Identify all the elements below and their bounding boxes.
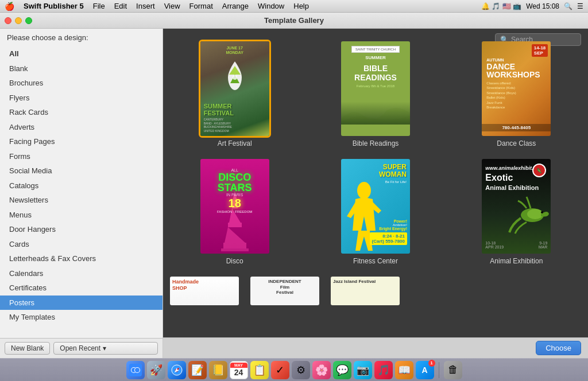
sidebar-bottom: New Blank Open Recent ▾: [0, 338, 163, 358]
appstore-badge: 1: [428, 360, 435, 367]
sidebar: Please choose a design: All Blank Brochu…: [0, 29, 163, 358]
gallery-thumb-animal[interactable]: 🦎: [482, 159, 551, 254]
svg-rect-7: [221, 248, 249, 251]
dock-item-messages[interactable]: 💬: [333, 361, 351, 379]
svg-point-8: [357, 182, 371, 199]
gallery-item-animal[interactable]: 🦎: [452, 159, 581, 265]
sidebar-item-my-templates[interactable]: My Templates: [0, 310, 163, 325]
svg-rect-4: [228, 223, 242, 227]
gallery-thumb-disco[interactable]: ALL DISCOSTARS IN PARIS 18 FASHION · FRE…: [200, 159, 269, 254]
gallery-item-jazz[interactable]: Jazz Island Festival: [331, 277, 400, 305]
sidebar-item-posters[interactable]: Posters: [0, 296, 163, 310]
menu-window[interactable]: Window: [258, 2, 284, 10]
titlebar: Template Gallery: [0, 13, 588, 29]
sidebar-item-rack-cards[interactable]: Rack Cards: [0, 105, 163, 120]
sidebar-item-newsletters[interactable]: Newsletters: [0, 193, 163, 208]
maximize-button[interactable]: [25, 17, 32, 24]
gallery-label-art-festival: Art Festival: [218, 139, 252, 147]
dock-item-safari[interactable]: [168, 361, 186, 379]
menu-edit[interactable]: Edit: [114, 2, 127, 10]
menu-insert[interactable]: Insert: [136, 2, 155, 10]
sidebar-item-adverts[interactable]: Adverts: [0, 120, 163, 135]
dock: 🚀 📝 📒 MAY 24 📋 ✓ ⚙ 🌸 💬 📷 🎵 📖 A 1 🗑: [0, 358, 588, 381]
dock-item-contacts[interactable]: 📒: [209, 361, 227, 379]
gallery: 🔍 Search JUNE 17MONDAY: [163, 29, 588, 358]
gallery-item-film[interactable]: INDEPENDENTFilmFestival: [250, 277, 319, 305]
sidebar-item-calendars[interactable]: Calendars: [0, 266, 163, 281]
minimize-button[interactable]: [15, 17, 22, 24]
dock-item-swift-publisher[interactable]: 📝: [188, 361, 207, 379]
menu-file[interactable]: File: [93, 2, 105, 10]
gallery-partial-row: HandmadeSHOP INDEPENDENTFilmFestival: [170, 265, 581, 305]
menubar-search-icon[interactable]: 🔍: [564, 2, 572, 10]
menubar: 🍎 Swift Publisher 5 File Edit Insert Vie…: [0, 0, 588, 13]
dock-separator: [439, 362, 439, 378]
sidebar-item-menus[interactable]: Menus: [0, 208, 163, 223]
menubar-menu-icon[interactable]: ☰: [577, 2, 583, 10]
dock-item-books[interactable]: 📖: [395, 361, 413, 379]
gallery-thumb-shop[interactable]: HandmadeSHOP: [170, 277, 239, 305]
menu-view[interactable]: View: [164, 2, 180, 10]
dock-item-appstore[interactable]: A 1: [416, 361, 434, 379]
window-controls: [5, 17, 32, 24]
dock-item-music[interactable]: 🎵: [374, 361, 393, 379]
close-button[interactable]: [5, 17, 11, 24]
sidebar-prompt: Please choose a design:: [0, 29, 163, 45]
sidebar-item-facing-pages[interactable]: Facing Pages: [0, 134, 163, 149]
sidebar-item-door-hangers[interactable]: Door Hangers: [0, 222, 163, 237]
gallery-thumb-art-festival[interactable]: JUNE 17MONDAY SUMMERFESTIVAL: [200, 41, 269, 136]
gallery-item-bible-readings[interactable]: SAINT TRINITY CHURCH SUMMER BIBLEREADING…: [311, 41, 440, 147]
menu-arrange[interactable]: Arrange: [222, 2, 249, 10]
sidebar-item-catalogs[interactable]: Catalogs: [0, 178, 163, 193]
gallery-thumb-bible[interactable]: SAINT TRINITY CHURCH SUMMER BIBLEREADING…: [341, 41, 410, 136]
dock-item-launchpad[interactable]: 🚀: [147, 361, 165, 379]
sidebar-item-all[interactable]: All: [0, 46, 163, 61]
dock-item-facetime[interactable]: 📷: [354, 361, 372, 379]
dock-item-system-prefs[interactable]: ⚙: [292, 361, 310, 379]
sidebar-item-certificates[interactable]: Certificates: [0, 281, 163, 296]
svg-point-0: [233, 75, 237, 80]
apple-menu[interactable]: 🍎: [5, 2, 14, 11]
gallery-footer: Choose: [163, 337, 588, 358]
gallery-label-dance: Dance Class: [497, 139, 536, 147]
menu-help[interactable]: Help: [293, 2, 309, 10]
open-recent-button[interactable]: Open Recent ▾: [53, 342, 158, 355]
gallery-item-fitness[interactable]: SUPERWOMAN Be Fit for Life! Power! Ambit…: [311, 159, 440, 265]
app-name[interactable]: Swift Publisher 5: [24, 2, 84, 10]
gallery-thumb-jazz[interactable]: Jazz Island Festival: [331, 277, 400, 305]
sidebar-item-social-media[interactable]: Social Media: [0, 164, 163, 178]
gallery-label-animal: Animal Exhibition: [490, 257, 543, 265]
svg-point-16: [135, 368, 140, 372]
menubar-icons: 🔔 🎵 🇺🇸 📺: [481, 2, 521, 10]
gallery-thumb-film[interactable]: INDEPENDENTFilmFestival: [250, 277, 319, 305]
sidebar-item-cards[interactable]: Cards: [0, 237, 163, 252]
gallery-thumb-dance[interactable]: 14-18SEP AUTUMN DANCEWORKSHOPS Classes o…: [482, 41, 551, 136]
menu-format[interactable]: Format: [189, 2, 213, 10]
choose-button[interactable]: Choose: [536, 341, 581, 355]
window-title: Template Gallery: [264, 16, 324, 25]
sidebar-item-letterheads[interactable]: Letterheads & Fax Covers: [0, 251, 163, 266]
sidebar-item-forms[interactable]: Forms: [0, 149, 163, 164]
gallery-item-shop[interactable]: HandmadeSHOP: [170, 277, 239, 305]
gallery-item-art-festival[interactable]: JUNE 17MONDAY SUMMERFESTIVAL: [170, 41, 299, 147]
gallery-label-fitness: Fitness Center: [353, 257, 398, 265]
gallery-grid: JUNE 17MONDAY SUMMERFESTIVAL: [170, 36, 581, 265]
open-recent-label: Open Recent: [60, 344, 100, 352]
svg-point-10: [527, 209, 543, 219]
sidebar-list: All Blank Brochures Flyers Rack Cards Ad…: [0, 45, 163, 338]
sidebar-item-brochures[interactable]: Brochures: [0, 76, 163, 91]
svg-marker-5: [225, 227, 245, 243]
dock-item-reminders[interactable]: ✓: [271, 361, 289, 379]
dock-item-photos[interactable]: 🌸: [312, 361, 331, 379]
menubar-right: 🔔 🎵 🇺🇸 📺 Wed 15:08 🔍 ☰: [481, 2, 583, 10]
new-blank-button[interactable]: New Blank: [5, 342, 50, 355]
dock-item-finder[interactable]: [126, 361, 145, 379]
gallery-thumb-fitness[interactable]: SUPERWOMAN Be Fit for Life! Power! Ambit…: [341, 159, 410, 254]
dock-item-calendar[interactable]: MAY 24: [230, 361, 248, 379]
sidebar-item-blank[interactable]: Blank: [0, 61, 163, 76]
dock-item-notes[interactable]: 📋: [250, 361, 269, 379]
sidebar-item-flyers[interactable]: Flyers: [0, 91, 163, 106]
gallery-item-disco[interactable]: ALL DISCOSTARS IN PARIS 18 FASHION · FRE…: [170, 159, 299, 265]
gallery-item-dance-class[interactable]: 14-18SEP AUTUMN DANCEWORKSHOPS Classes o…: [452, 41, 581, 147]
dock-item-trash[interactable]: 🗑: [444, 361, 462, 379]
